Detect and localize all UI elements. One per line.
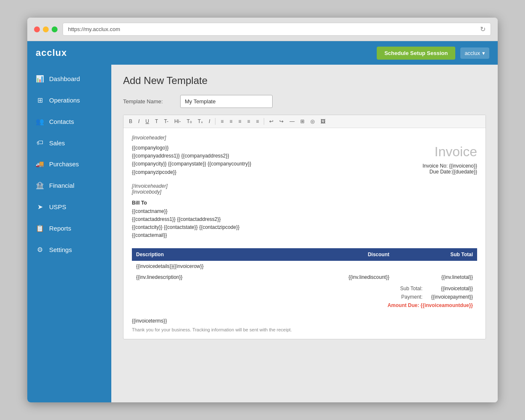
invoicebody-open-tag: [invoicebody]: [132, 189, 477, 195]
top-nav: acclux Schedule Setup Session acclux ▾: [27, 41, 498, 65]
font-button[interactable]: T: [153, 118, 160, 125]
sidebar-label-dashboard: Dashboard: [49, 75, 80, 82]
subtotals-section: Sub Total: {{invoicetotal}} Payment: {{i…: [132, 284, 477, 310]
invoiceheader-close-tag: [/invoiceheader]: [132, 183, 477, 189]
main-content: Add New Template Template Name: B I U T …: [111, 65, 498, 402]
template-name-label: Template Name:: [123, 98, 173, 105]
company-city-var: {{companycity}} {{companystate}} {{compa…: [132, 160, 423, 168]
contact-name-var: {{contactname}}: [132, 207, 477, 215]
reports-icon: 📋: [36, 224, 44, 232]
align-right-button[interactable]: ≡: [254, 118, 261, 125]
table-cell-linedesc: {{inv.linedescription}}: [132, 272, 291, 283]
editor-toolbar: B I U T T- Hi- T₀ Tₓ I ≡ ≡ ≡ ≡: [123, 115, 486, 128]
sidebar-item-usps[interactable]: ➤ USPS: [27, 196, 111, 218]
invoice-company-info: {{companylogo}} {{companyaddress1}} {{co…: [132, 144, 423, 176]
sidebar-item-sales[interactable]: 🏷 Sales: [27, 132, 111, 153]
italic2-button[interactable]: I: [207, 118, 212, 125]
app-body: acclux Schedule Setup Session acclux ▾ 📊…: [27, 41, 498, 402]
content-area: 📊 Dashboard ⊞ Operations 👥 Contacts 🏷 Sa…: [27, 65, 498, 402]
source-button[interactable]: ◎: [308, 118, 317, 125]
table-cell-linediscount: {{inv.linediscount}}: [291, 272, 394, 283]
sidebar-label-purchases: Purchases: [49, 160, 79, 168]
browser-window: https://my.acclux.com ↻ acclux Schedule …: [27, 18, 498, 402]
table-row-lineitem: {{inv.linedescription}} {{inv.linediscou…: [132, 272, 477, 283]
table-cell-linetotal: {{inv.linetotal}}: [394, 272, 477, 283]
sidebar: 📊 Dashboard ⊞ Operations 👥 Contacts 🏷 Sa…: [27, 65, 111, 402]
hr-button[interactable]: —: [287, 118, 297, 125]
address-bar[interactable]: https://my.acclux.com ↻: [63, 23, 491, 36]
redo-button[interactable]: ↪: [277, 118, 286, 125]
bill-to-label: Bill To: [132, 200, 477, 206]
align-center-button[interactable]: ≡: [245, 118, 252, 125]
align-left-button[interactable]: ≡: [236, 118, 243, 125]
page-title: Add New Template: [123, 75, 486, 87]
invoice-table-section: Description Discount Sub Total {{invoice…: [132, 248, 477, 310]
font-size-down-button[interactable]: T-: [162, 118, 171, 125]
sidebar-item-settings[interactable]: ⚙ Settings: [27, 239, 111, 260]
sidebar-item-operations[interactable]: ⊞ Operations: [27, 89, 111, 111]
financial-icon: 🏦: [36, 181, 44, 189]
list-ul-button[interactable]: ≡: [218, 118, 226, 125]
sidebar-item-reports[interactable]: 📋 Reports: [27, 218, 111, 239]
payment-row: Payment: {{invoicepayment}}: [132, 293, 477, 301]
sidebar-label-reports: Reports: [49, 225, 71, 232]
company-logo-var: {{companylogo}}: [132, 144, 423, 152]
subscript-button[interactable]: T₀: [184, 118, 194, 125]
toolbar-separator-1: [215, 118, 215, 125]
invoice-terms-section: {{invoiceterms}} Thank you for your busi…: [132, 318, 477, 332]
strikethrough-button[interactable]: Tₓ: [196, 118, 205, 125]
table-header-subtotal: Sub Total: [394, 248, 477, 261]
highlight-button[interactable]: Hi-: [172, 118, 183, 125]
table-header-discount: Discount: [291, 248, 394, 261]
invoice-no-var: Invoice No: {{invoiceno}}: [423, 163, 477, 169]
subtotal-label: Sub Total:: [389, 286, 423, 291]
payment-label: Payment:: [389, 294, 423, 300]
top-nav-right: Schedule Setup Session acclux ▾: [377, 47, 489, 60]
dashboard-icon: 📊: [36, 75, 44, 83]
image-button[interactable]: 🖼: [318, 118, 328, 125]
due-date-var: Due Date:{{duedate}}: [423, 169, 477, 175]
sidebar-item-dashboard[interactable]: 📊 Dashboard: [27, 68, 111, 89]
sidebar-item-purchases[interactable]: 🚚 Purchases: [27, 153, 111, 175]
undo-button[interactable]: ↩: [267, 118, 276, 125]
table-row-invoicerow: {{invoicedetails}}{{invoicerow}}: [132, 261, 477, 272]
invoice-table: Description Discount Sub Total {{invoice…: [132, 248, 477, 283]
subtotal-value: {{invoicetotal}}: [431, 286, 473, 291]
traffic-lights: [34, 26, 58, 32]
reload-icon[interactable]: ↻: [480, 25, 486, 33]
template-name-input[interactable]: [180, 95, 273, 108]
schedule-setup-button[interactable]: Schedule Setup Session: [377, 47, 455, 60]
user-chevron-icon: ▾: [482, 50, 485, 56]
minimize-button[interactable]: [43, 26, 49, 32]
app-logo: acclux: [36, 47, 67, 58]
toolbar-separator-2: [264, 118, 264, 125]
sidebar-label-settings: Settings: [49, 246, 72, 253]
editor-content-area[interactable]: [invoiceheader] {{companylogo}} {{compan…: [123, 128, 486, 339]
user-menu[interactable]: acclux ▾: [460, 47, 489, 59]
contact-email-var: {{contactemail}}: [132, 231, 477, 239]
invoice-title-text: Invoice: [423, 144, 477, 160]
contact-city-var: {{contactcity}} {{contactstate}} {{conta…: [132, 223, 477, 231]
settings-icon: ⚙: [36, 246, 44, 254]
operations-icon: ⊞: [36, 96, 44, 104]
usps-icon: ➤: [36, 203, 44, 211]
contacts-icon: 👥: [36, 118, 44, 126]
purchases-icon: 🚚: [36, 160, 44, 168]
bold-button[interactable]: B: [127, 118, 134, 125]
sidebar-item-contacts[interactable]: 👥 Contacts: [27, 111, 111, 132]
maximize-button[interactable]: [52, 26, 58, 32]
browser-chrome: https://my.acclux.com ↻: [27, 18, 498, 41]
table-button[interactable]: ⊞: [298, 118, 307, 125]
invoice-terms-var: {{invoiceterms}}: [132, 318, 477, 324]
close-button[interactable]: [34, 26, 40, 32]
sales-icon: 🏷: [36, 139, 44, 147]
sidebar-label-contacts: Contacts: [49, 118, 74, 125]
sidebar-item-financial[interactable]: 🏦 Financial: [27, 175, 111, 196]
bill-to-section: Bill To {{contactname}} {{contactaddress…: [132, 200, 477, 240]
list-ol-button[interactable]: ≡: [227, 118, 234, 125]
amount-due-label: Amount Due: {{invoiceamountdue}}: [388, 302, 473, 308]
invoice-header-preview: {{companylogo}} {{companyaddress1}} {{co…: [132, 144, 477, 176]
italic-button[interactable]: I: [136, 118, 142, 125]
company-address1-var: {{companyaddress1}} {{companyaddress2}}: [132, 152, 423, 160]
underline-button[interactable]: U: [143, 118, 151, 125]
